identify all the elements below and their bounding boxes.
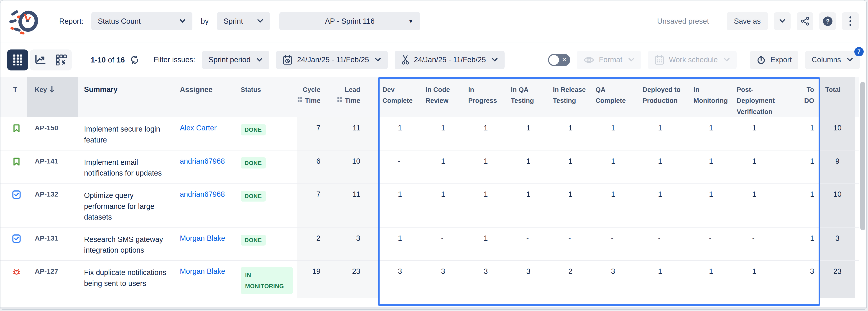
lead-time-cell: 3 (337, 228, 379, 260)
status-count-cell: 1 (422, 183, 465, 227)
svg-text:?: ? (826, 18, 830, 25)
top-bar: Report: Status Count by Sprint AP - Spri… (0, 0, 866, 43)
report-table: T Key Summary Assignee Status Cycle Time… (0, 77, 866, 310)
save-options-chevron-button[interactable] (774, 12, 790, 30)
help-button[interactable]: ? (819, 12, 836, 30)
column-header-key[interactable]: Key (27, 77, 78, 117)
column-header-assignee[interactable]: Assignee (179, 77, 239, 117)
column-header-post-deployment-verification[interactable]: Post-Deployment Verification (734, 77, 794, 117)
column-header-total[interactable]: Total (820, 77, 855, 117)
refresh-button[interactable] (130, 55, 139, 64)
status-cell: DONE (239, 228, 297, 260)
status-count-cell: 3 (507, 261, 550, 298)
status-count-cell: 1 (550, 150, 592, 183)
column-header-in-code-review[interactable]: In Code Review (422, 77, 465, 117)
share-button[interactable] (797, 12, 813, 30)
horizontal-scrollbar-track[interactable] (0, 307, 866, 310)
issue-key: AP-131 (27, 228, 78, 260)
column-header-qa-complete[interactable]: QA Complete (592, 77, 640, 117)
sort-desc-icon (49, 85, 55, 96)
cycle-time-cell: 7 (297, 117, 337, 150)
vertical-scrollbar-track[interactable] (859, 77, 866, 307)
save-as-button[interactable]: Save as (727, 12, 768, 30)
status-count-cell: 1 (734, 183, 794, 227)
assignee-link[interactable]: Alex Carter (179, 117, 239, 150)
total-cell: 23 (820, 261, 855, 298)
status-count-cell: 1 (734, 150, 794, 183)
status-count-cell: 1 (379, 117, 423, 150)
story-icon (5, 117, 27, 150)
chevron-down-icon (256, 58, 263, 62)
app-window: Report: Status Count by Sprint AP - Spri… (0, 0, 868, 311)
column-header-deployed-to-production[interactable]: Deployed to Production (639, 77, 690, 117)
assignee-link[interactable]: andrian67968 (179, 150, 239, 183)
sprint-period-date-range[interactable]: 24/Jan/25 - 11/Feb/25 (276, 51, 388, 69)
status-count-cell: 1 (465, 228, 507, 260)
status-count-cell: 3 (592, 261, 640, 298)
chevron-down-icon (491, 58, 498, 62)
status-count-cell: 1 (639, 261, 690, 298)
chevron-down-icon (846, 58, 853, 62)
status-count-cell: 1 (507, 183, 550, 227)
column-header-in-monitoring[interactable]: In Monitoring (690, 77, 734, 117)
status-count-cell: - (592, 228, 640, 260)
column-header-to-do[interactable]: To DO (794, 77, 820, 117)
preset-status-text: Unsaved preset (657, 17, 709, 26)
column-header-in-qa-testing[interactable]: In QA Testing (507, 77, 550, 117)
pagination-of: of (108, 56, 114, 64)
issue-summary: Fix duplicate notifications being sent t… (78, 261, 179, 298)
toggle-knob (549, 55, 559, 65)
task-icon (5, 183, 27, 227)
chart-view-button[interactable] (30, 50, 51, 70)
pivot-view-icon (56, 55, 67, 66)
grouped-columns-icon (298, 95, 303, 106)
status-count-cell: 1 (690, 150, 734, 183)
column-header-lead-time[interactable]: Lead Time (337, 77, 379, 117)
status-count-cell: 1 (379, 228, 423, 260)
group-by-dropdown[interactable]: Sprint (217, 12, 270, 30)
status-count-cell: 1 (465, 150, 507, 183)
columns-dropdown[interactable]: Columns (805, 51, 860, 69)
status-count-cell: 3 (422, 261, 465, 298)
highlight-toggle[interactable]: ✕ (548, 54, 570, 66)
column-header-in-release-testing[interactable]: In Release Testing (550, 77, 592, 117)
status-cell: DONE (239, 183, 297, 227)
column-header-dev-complete[interactable]: Dev Complete (379, 77, 423, 117)
app-logo-clock-icon (8, 7, 40, 36)
export-icon (756, 55, 766, 64)
column-header-status[interactable]: Status (239, 77, 297, 117)
time-in-status-app: Report: Status Count by Sprint AP - Spri… (0, 0, 867, 310)
chevron-down-icon (779, 19, 785, 23)
columns-dropdown-wrapper: Columns 7 (805, 51, 860, 69)
issue-summary: Implement secure login feature (78, 117, 179, 150)
status-badge: DONE (241, 124, 266, 136)
report-type-dropdown[interactable]: Status Count (91, 12, 193, 30)
report-label: Report: (59, 17, 84, 26)
status-count-cell: 1 (465, 183, 507, 227)
sprint-selector-dropdown[interactable]: AP - Sprint 116 ▾ (279, 12, 420, 30)
table-row: AP-132Optimize query performance for lar… (0, 183, 866, 227)
column-header-type[interactable]: T (5, 77, 27, 117)
pivot-view-button[interactable] (51, 50, 72, 70)
export-button[interactable]: Export (750, 51, 798, 69)
work-schedule-dropdown: Work schedule (648, 51, 737, 69)
status-count-cell: 1 (592, 117, 640, 150)
column-header-cycle-time[interactable]: Cycle Time (297, 77, 337, 117)
table-view-button[interactable] (7, 50, 28, 70)
status-count-cell: 1 (550, 117, 592, 150)
kebab-menu-icon (849, 16, 851, 26)
assignee-link[interactable]: andrian67968 (179, 183, 239, 227)
lead-time-cell: 10 (337, 150, 379, 183)
vertical-scrollbar-thumb[interactable] (860, 82, 865, 230)
column-header-in-progress[interactable]: In Progress (465, 77, 507, 117)
assignee-link[interactable]: Morgan Blake (179, 261, 239, 298)
assignee-link[interactable]: Morgan Blake (179, 228, 239, 260)
total-cell: 10 (820, 183, 855, 227)
more-options-button[interactable] (842, 12, 859, 30)
issue-key: AP-141 (27, 150, 78, 183)
trim-period-date-range[interactable]: 24/Jan/25 - 11/Feb/25 (395, 51, 505, 69)
filter-period-dropdown[interactable]: Sprint period (202, 51, 269, 69)
column-header-summary[interactable]: Summary (78, 77, 179, 117)
chevron-down-icon (723, 58, 730, 62)
issue-summary: Implement email notifications for update… (78, 150, 179, 183)
